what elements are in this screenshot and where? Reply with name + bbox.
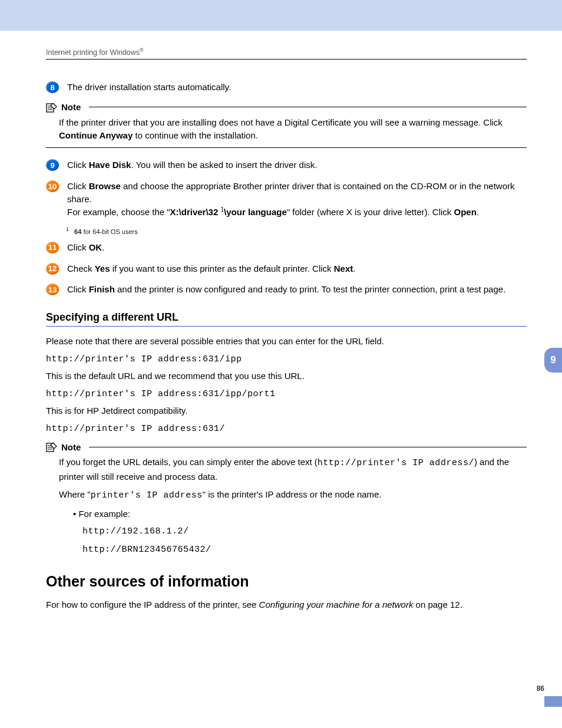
step-body: Click Browse and choose the appropriate … [67, 180, 527, 218]
step-number: 8 [46, 81, 59, 93]
note-icon [46, 102, 58, 113]
note2-bullet: For example: [73, 508, 527, 521]
footnote-bold: 64 [74, 228, 81, 235]
note-heading: Note [46, 442, 527, 452]
note-rule [89, 107, 527, 107]
note-rule [89, 447, 527, 447]
url-2: http://printer's IP address:631/ipp/port… [46, 388, 527, 401]
running-head-text: Internet printing for Windows [46, 48, 140, 57]
code: http://printer's IP address/ [318, 458, 474, 468]
step-body: Click OK. [67, 241, 527, 254]
header-rule [46, 59, 527, 60]
note-label: Note [61, 442, 81, 452]
step-8: 8 The driver installation starts automat… [46, 81, 527, 94]
step-9: 9 Click Have Disk. You will then be aske… [46, 159, 527, 172]
page-number: 86 [537, 684, 562, 693]
step-11: 11 Click OK. [46, 241, 527, 254]
step-12: 12 Check Yes if you want to use this pri… [46, 262, 527, 275]
note2-line2: Where "printer's IP address" is the prin… [59, 488, 527, 503]
footnote-1: 1 64 for 64-bit OS users [66, 226, 527, 235]
step-10: 10 Click Browse and choose the appropria… [46, 180, 527, 218]
link-text[interactable]: Configuring your machine for a network [259, 599, 414, 610]
note2-ex2: http://BRN123456765432/ [82, 543, 527, 557]
registered-mark: ® [140, 47, 144, 53]
note-block-1: Note If the printer driver that you are … [46, 102, 527, 149]
text: Where " [59, 489, 91, 499]
url-1-desc: This is the default URL and we recommend… [46, 370, 527, 383]
note-heading: Note [46, 102, 527, 113]
text: For how to configure the IP address of t… [46, 599, 259, 610]
footnote-rest: for 64-bit OS users [83, 228, 137, 235]
step-body: Click Finish and the printer is now conf… [67, 283, 527, 296]
step-body: Click Have Disk. You will then be asked … [67, 159, 527, 172]
step-13: 13 Click Finish and the printer is now c… [46, 283, 527, 296]
page-accent [544, 696, 562, 707]
note-body: If the printer driver that you are insta… [46, 116, 527, 142]
subheading-rule [46, 326, 527, 327]
other-para: For how to configure the IP address of t… [46, 598, 527, 612]
running-head: Internet printing for Windows® [46, 48, 527, 57]
page-number-wrap: 86 [527, 684, 562, 707]
page-content: Internet printing for Windows® 8 The dri… [0, 31, 562, 612]
note-icon [46, 442, 58, 452]
note-end-rule [46, 147, 527, 148]
chapter-tab[interactable]: 9 [544, 348, 562, 373]
step-body: The driver installation starts automatic… [67, 81, 527, 94]
step-number: 12 [46, 263, 59, 275]
footnote-mark: 1 [66, 226, 69, 232]
url-2-desc: This is for HP Jetdirect compatibility. [46, 404, 527, 418]
step-number: 11 [46, 242, 59, 253]
text: If you forget the URL details, you can s… [59, 457, 318, 467]
note-label: Note [61, 102, 81, 112]
note-body: If you forget the URL details, you can s… [46, 456, 527, 556]
text: on page 12. [413, 599, 462, 610]
url-3: http://printer's IP address:631/ [46, 423, 527, 436]
note-block-2: Note If you forget the URL details, you … [46, 442, 527, 556]
step-number: 9 [46, 159, 59, 171]
step-number: 13 [46, 284, 59, 295]
code: printer's IP address [91, 490, 203, 500]
top-accent-bar [0, 0, 562, 31]
url-1: http://printer's IP address:631/ipp [46, 353, 527, 367]
step-number: 10 [46, 180, 59, 192]
url-intro: Please note that there are several possi… [46, 335, 527, 348]
text: " is the printer's IP address or the nod… [203, 489, 382, 499]
subheading-url: Specifying a different URL [46, 311, 527, 324]
note2-line1: If you forget the URL details, you can s… [59, 456, 527, 483]
step-body: Check Yes if you want to use this printe… [67, 262, 527, 275]
note2-ex1: http://192.168.1.2/ [82, 525, 527, 539]
heading-other-sources: Other sources of information [46, 573, 527, 590]
